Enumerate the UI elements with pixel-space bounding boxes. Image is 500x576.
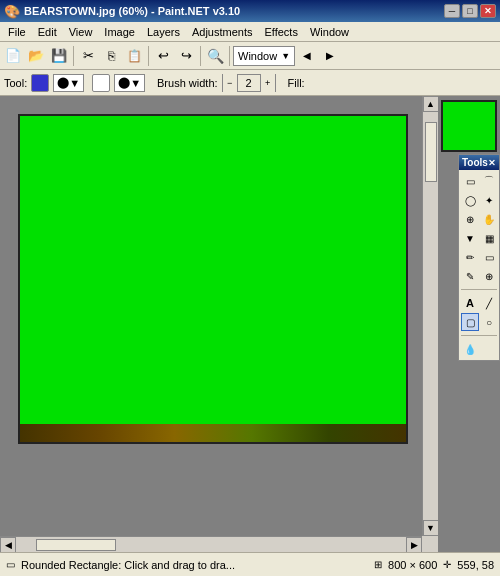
- tools-panel-header: Tools ✕: [459, 155, 499, 170]
- toolbar: 📄 📂 💾 ✂ ⎘ 📋 ↩ ↪ 🔍 Window ▼ ◀ ▶: [0, 42, 500, 70]
- ellipse-select-tool[interactable]: ◯: [461, 191, 479, 209]
- horizontal-scrollbar[interactable]: ◀ ▶: [0, 536, 422, 552]
- tool-type-arrow: ▼: [69, 77, 80, 89]
- copy-button[interactable]: ⎘: [100, 45, 122, 67]
- canvas-area[interactable]: ◀ ▶ ▲ ▼: [0, 96, 438, 552]
- tool-options-bar: Tool: ⬤ ▼ ⬤ ▼ Brush width: − 2 + Fill:: [0, 70, 500, 96]
- brush-decrease-button[interactable]: −: [223, 74, 237, 92]
- tools-grid-3: 💧: [459, 338, 499, 360]
- vscroll-thumb[interactable]: [425, 122, 437, 182]
- primary-color-swatch[interactable]: [31, 74, 49, 92]
- tools-grid-2: A ╱ ▢ ○: [459, 292, 499, 333]
- title-text: BEARSTOWN.jpg (60%) - Paint.NET v3.10: [24, 5, 240, 17]
- tools-panel-title: Tools: [462, 157, 488, 168]
- paste-button[interactable]: 📋: [123, 45, 145, 67]
- maximize-button[interactable]: □: [462, 4, 478, 18]
- hscroll-left-btn[interactable]: ◀: [0, 537, 16, 553]
- pan-tool[interactable]: ✋: [480, 210, 498, 228]
- hscroll-track[interactable]: [16, 538, 406, 552]
- status-text: Rounded Rectangle: Click and drag to dra…: [21, 559, 368, 571]
- tools-grid: ▭ ⌒ ◯ ✦ ⊕ ✋ ▼ ▦ ✏ ▭ ✎ ⊕: [459, 170, 499, 287]
- menu-effects[interactable]: Effects: [259, 24, 304, 40]
- paint-bucket-tool[interactable]: ▼: [461, 229, 479, 247]
- rectangle-select-tool[interactable]: ▭: [461, 172, 479, 190]
- menu-file[interactable]: File: [2, 24, 32, 40]
- menu-bar: File Edit View Image Layers Adjustments …: [0, 22, 500, 42]
- window-title: 🎨 BEARSTOWN.jpg (60%) - Paint.NET v3.10: [4, 4, 240, 19]
- window-controls[interactable]: ─ □ ✕: [444, 4, 496, 18]
- toolbar-sep-1: [73, 46, 74, 66]
- brush-increase-button[interactable]: +: [261, 74, 275, 92]
- tool-type-dropdown[interactable]: ⬤ ▼: [53, 74, 84, 92]
- cut-button[interactable]: ✂: [77, 45, 99, 67]
- app-icon: 🎨: [4, 4, 20, 19]
- menu-edit[interactable]: Edit: [32, 24, 63, 40]
- new-button[interactable]: 📄: [2, 45, 24, 67]
- magic-wand-tool[interactable]: ✦: [480, 191, 498, 209]
- tools-sep-2: [461, 335, 497, 336]
- scrollbar-corner: [422, 536, 438, 552]
- tool-type-label: ⬤: [57, 76, 69, 89]
- tools-sep-1: [461, 289, 497, 290]
- menu-layers[interactable]: Layers: [141, 24, 186, 40]
- line-tool[interactable]: ╱: [480, 294, 498, 312]
- close-button[interactable]: ✕: [480, 4, 496, 18]
- vertical-scrollbar[interactable]: ▲ ▼: [422, 96, 438, 536]
- toolbar-sep-2: [148, 46, 149, 66]
- paintbrush-tool[interactable]: ✏: [461, 248, 479, 266]
- vscroll-track[interactable]: [424, 112, 438, 520]
- undo-button[interactable]: ↩: [152, 45, 174, 67]
- open-button[interactable]: 📂: [25, 45, 47, 67]
- status-coords-icon: ✛: [443, 559, 451, 570]
- fill-label: Fill:: [288, 77, 305, 89]
- zoom-out-button[interactable]: 🔍: [204, 45, 226, 67]
- window-dropdown-label: Window: [238, 50, 277, 62]
- text-tool[interactable]: A: [461, 294, 479, 312]
- window-dropdown-arrow: ▼: [281, 51, 290, 61]
- minimize-button[interactable]: ─: [444, 4, 460, 18]
- brush-width-stepper[interactable]: − 2 +: [222, 74, 276, 92]
- gradient-tool[interactable]: ▦: [480, 229, 498, 247]
- secondary-tool-arrow: ▼: [130, 77, 141, 89]
- rounded-rect-tool[interactable]: ▢: [461, 313, 479, 331]
- image-thumbnail: [441, 100, 497, 152]
- main-area: ◀ ▶ ▲ ▼ Tools ✕: [0, 96, 500, 552]
- menu-window[interactable]: Window: [304, 24, 355, 40]
- image-bottom-strip: [20, 424, 406, 442]
- status-bar: ▭ Rounded Rectangle: Click and drag to d…: [0, 552, 500, 576]
- status-size-icon: ⊞: [374, 559, 382, 570]
- secondary-tool-dropdown[interactable]: ⬤ ▼: [114, 74, 145, 92]
- menu-adjustments[interactable]: Adjustments: [186, 24, 259, 40]
- color-picker-tool[interactable]: 💧: [461, 340, 479, 358]
- menu-view[interactable]: View: [63, 24, 99, 40]
- menu-image[interactable]: Image: [98, 24, 141, 40]
- status-size: 800 × 600: [388, 559, 437, 571]
- eraser-tool[interactable]: ▭: [480, 248, 498, 266]
- zoom-tool[interactable]: ⊕: [461, 210, 479, 228]
- pencil-tool[interactable]: ✎: [461, 267, 479, 285]
- toolbar-sep-3: [200, 46, 201, 66]
- vscroll-up-btn[interactable]: ▲: [423, 96, 439, 112]
- toolbar-extra-right[interactable]: ▶: [319, 45, 341, 67]
- status-icon: ▭: [6, 559, 15, 570]
- toolbar-sep-4: [229, 46, 230, 66]
- brush-width-value: 2: [237, 74, 261, 92]
- status-coords: 559, 58: [457, 559, 494, 571]
- vscroll-down-btn[interactable]: ▼: [423, 520, 439, 536]
- window-dropdown[interactable]: Window ▼: [233, 46, 295, 66]
- image-canvas[interactable]: [18, 114, 408, 444]
- redo-button[interactable]: ↪: [175, 45, 197, 67]
- toolbar-extra-left[interactable]: ◀: [296, 45, 318, 67]
- save-button[interactable]: 💾: [48, 45, 70, 67]
- right-sidebar: Tools ✕ ▭ ⌒ ◯ ✦ ⊕ ✋ ▼ ▦ ✏ ▭ ✎ ⊕ A ╱: [438, 96, 500, 552]
- lasso-select-tool[interactable]: ⌒: [480, 172, 498, 190]
- ellipse-draw-tool[interactable]: ○: [480, 313, 498, 331]
- clone-stamp-tool[interactable]: ⊕: [480, 267, 498, 285]
- hscroll-thumb[interactable]: [36, 539, 116, 551]
- tools-panel-close[interactable]: ✕: [488, 158, 496, 168]
- tool-label: Tool:: [4, 77, 27, 89]
- empty-tool: [480, 340, 498, 358]
- secondary-color-swatch[interactable]: [92, 74, 110, 92]
- secondary-tool-label: ⬤: [118, 76, 130, 89]
- hscroll-right-btn[interactable]: ▶: [406, 537, 422, 553]
